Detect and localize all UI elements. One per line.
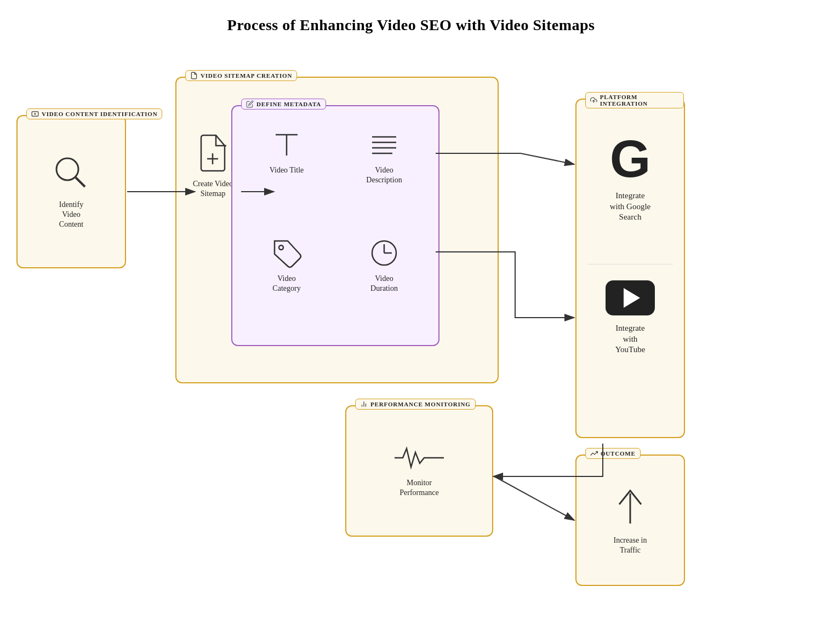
diagram-area: VIDEO CONTENT IDENTIFICATION Identify Vi… — [0, 44, 822, 644]
pm-label: PERFORMANCE MONITORING — [355, 399, 476, 410]
oc-content: Increase in Traffic — [576, 456, 684, 585]
box-pi: PLATFORM INTEGRATION G Integrate with Go… — [575, 99, 685, 438]
oc-label: OUTCOME — [585, 448, 641, 459]
bar-chart-icon — [360, 400, 368, 408]
tag-icon — [270, 237, 303, 269]
title-icon — [270, 128, 303, 161]
pi-label: PLATFORM INTEGRATION — [585, 92, 684, 108]
play-triangle — [624, 288, 640, 308]
vci-label: VIDEO CONTENT IDENTIFICATION — [26, 108, 162, 119]
video-duration-item: Video Duration — [341, 237, 427, 334]
video-description-item: Video Description — [341, 128, 427, 226]
lines-icon — [368, 128, 401, 161]
create-sitemap-node: Create Video Sitemap — [193, 133, 233, 199]
arrow-up-icon — [614, 485, 647, 529]
google-g-icon: G — [610, 133, 651, 185]
google-item: G Integrate with Google Search — [576, 133, 684, 223]
vci-node-label: Identify Video Content — [59, 200, 83, 230]
create-sitemap-label: Create Video Sitemap — [193, 179, 233, 199]
vci-content: Identify Video Content — [18, 116, 125, 267]
svg-point-2 — [56, 158, 78, 180]
box-oc: OUTCOME Increase in Traffic — [575, 455, 685, 586]
box-vci: VIDEO CONTENT IDENTIFICATION Identify Vi… — [16, 115, 126, 268]
box-vsc: VIDEO SITEMAP CREATION Create Video Site… — [175, 77, 499, 383]
pm-content: Monitor Performance — [346, 406, 492, 536]
search-icon — [52, 154, 90, 192]
svg-line-3 — [76, 177, 85, 187]
page-title: Process of Enhancing Video SEO with Vide… — [0, 0, 822, 34]
file-plus-icon — [195, 133, 231, 174]
video-icon — [31, 110, 39, 118]
svg-point-12 — [279, 245, 283, 250]
document-icon — [190, 72, 198, 79]
edit-icon — [246, 100, 254, 108]
video-title-item: Video Title — [243, 128, 330, 226]
divider — [587, 264, 673, 264]
youtube-item: Integrate with YouTube — [576, 280, 684, 355]
pulse-icon — [395, 444, 444, 472]
box-dm: DEFINE METADATA Video Title — [231, 105, 439, 346]
svg-marker-1 — [35, 113, 37, 115]
youtube-icon — [606, 280, 655, 315]
svg-line-25 — [494, 476, 574, 520]
clock-icon — [368, 237, 401, 269]
vsc-label: VIDEO SITEMAP CREATION — [185, 70, 297, 81]
video-category-item: Video Category — [243, 237, 330, 334]
upload-icon — [590, 96, 597, 104]
dm-grid: Video Title Video Description — [232, 106, 438, 345]
trend-icon — [590, 450, 598, 457]
dm-label: DEFINE METADATA — [241, 99, 326, 110]
box-pm: PERFORMANCE MONITORING Monitor Performan… — [345, 405, 493, 537]
